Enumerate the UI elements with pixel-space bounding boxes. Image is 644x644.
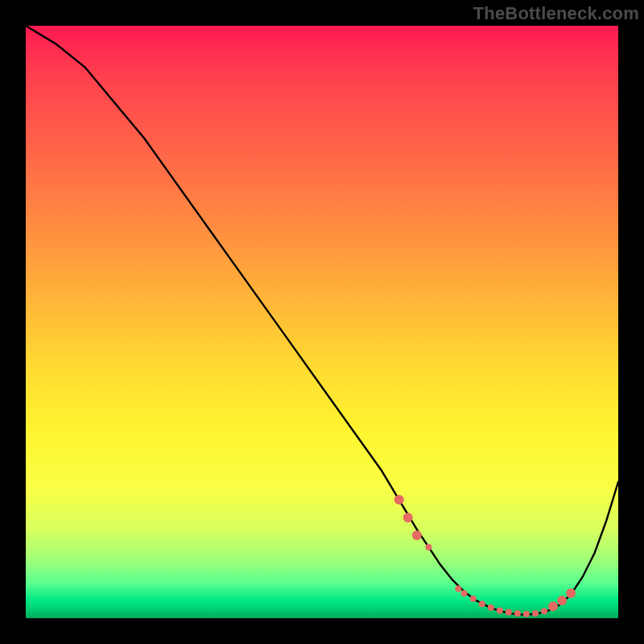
- curve-marker: [497, 607, 503, 613]
- curve-marker: [488, 605, 494, 611]
- curve-marker: [412, 530, 422, 540]
- curve-marker: [394, 495, 404, 505]
- curve-marker: [470, 596, 477, 602]
- bottleneck-curve: [26, 26, 618, 615]
- curve-marker: [548, 601, 558, 611]
- curve-marker: [514, 610, 521, 617]
- curve-marker: [461, 590, 468, 597]
- curve-marker: [523, 611, 530, 617]
- curve-marker: [455, 585, 461, 592]
- curve-marker: [403, 513, 413, 522]
- curve-marker: [557, 596, 567, 605]
- curve-markers: [394, 495, 576, 617]
- curve-marker: [479, 601, 485, 607]
- curve-marker: [541, 608, 547, 614]
- curve-marker: [426, 544, 432, 551]
- chart-frame: TheBottleneck.com: [0, 0, 644, 644]
- watermark-text: TheBottleneck.com: [473, 3, 639, 24]
- chart-svg: [26, 26, 618, 618]
- curve-marker: [506, 609, 512, 616]
- curve-marker: [532, 610, 539, 617]
- curve-marker: [566, 588, 576, 598]
- plot-area: [26, 26, 618, 618]
